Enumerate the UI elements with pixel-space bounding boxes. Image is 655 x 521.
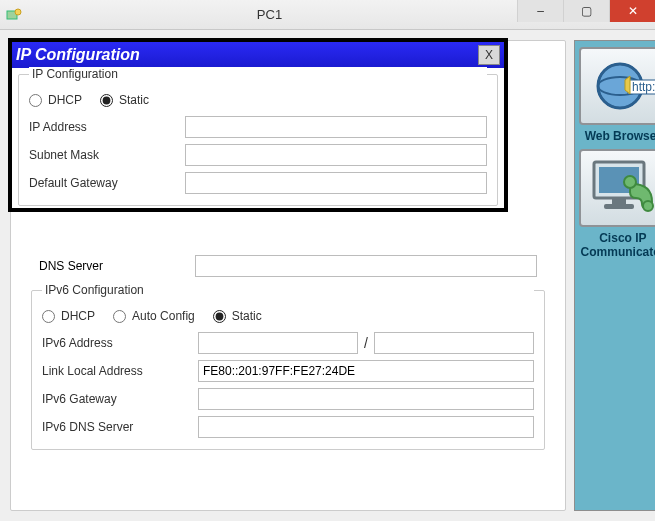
titlebar: PC1 – ▢ ✕ — [0, 0, 655, 30]
window-body: IP Configuration X IP Configuration DHCP… — [0, 30, 655, 521]
ipv6-auto-radio[interactable] — [113, 310, 126, 323]
minimize-button[interactable]: – — [517, 0, 563, 22]
window-title: PC1 — [22, 7, 517, 22]
window-controls: – ▢ ✕ — [517, 0, 655, 29]
prefix-slash: / — [364, 335, 368, 351]
ipv6-mode-row: DHCP Auto Config Static — [42, 303, 534, 329]
ipv6-gateway-label: IPv6 Gateway — [42, 392, 192, 406]
svg-text:http:: http: — [632, 80, 655, 94]
cisco-ip-communicator-caption: Cisco IP Communicator — [581, 231, 655, 259]
close-icon: ✕ — [628, 4, 638, 18]
ip-address-row: IP Address — [29, 113, 487, 141]
close-button[interactable]: ✕ — [609, 0, 655, 22]
close-x-icon: X — [485, 48, 493, 62]
ipv6-address-input[interactable] — [198, 332, 358, 354]
ipv6-dhcp-radio[interactable] — [42, 310, 55, 323]
cisco-ip-communicator-icon — [579, 149, 655, 227]
web-browser-caption: Web Browser — [585, 129, 655, 143]
web-browser-icon: http: — [579, 47, 655, 125]
svg-rect-9 — [604, 204, 634, 209]
ipv6-static-label: Static — [232, 309, 262, 323]
ipv6-legend: IPv6 Configuration — [42, 283, 534, 297]
maximize-icon: ▢ — [581, 4, 592, 18]
static-radio[interactable] — [100, 94, 113, 107]
subnet-mask-input[interactable] — [185, 144, 487, 166]
ipv4-fieldset: IP Configuration DHCP Static IP Address — [18, 74, 498, 206]
link-local-input[interactable] — [198, 360, 534, 382]
ip-configuration-dialog: IP Configuration X IP Configuration DHCP… — [8, 38, 508, 212]
subnet-mask-row: Subnet Mask — [29, 141, 487, 169]
cisco-caption-line1: Cisco IP — [599, 231, 646, 245]
main-panel: IP Configuration X IP Configuration DHCP… — [10, 40, 566, 511]
dialog-title: IP Configuration — [16, 46, 478, 64]
svg-point-11 — [643, 201, 653, 211]
minimize-icon: – — [537, 4, 544, 18]
dhcp-radio-item[interactable]: DHCP — [29, 93, 82, 107]
ipv6-auto-label: Auto Config — [132, 309, 195, 323]
app-window: PC1 – ▢ ✕ IP Configuration X IP Configur… — [0, 0, 655, 521]
cisco-ip-communicator-item[interactable]: Cisco IP Communicator — [579, 149, 655, 259]
ipv6-dhcp-radio-item[interactable]: DHCP — [42, 309, 95, 323]
ipv6-address-label: IPv6 Address — [42, 336, 192, 350]
ipv6-gateway-row: IPv6 Gateway — [42, 385, 534, 413]
static-label: Static — [119, 93, 149, 107]
ip-address-input[interactable] — [185, 116, 487, 138]
ipv6-static-radio[interactable] — [213, 310, 226, 323]
ipv6-dns-label: IPv6 DNS Server — [42, 420, 192, 434]
ipv4-mode-row: DHCP Static — [29, 87, 487, 113]
dialog-close-button[interactable]: X — [478, 45, 500, 65]
ipv6-fieldset: IPv6 Configuration DHCP Auto Config S — [31, 290, 545, 450]
ipv6-static-radio-item[interactable]: Static — [213, 309, 262, 323]
default-gateway-row: Default Gateway — [29, 169, 487, 197]
svg-rect-8 — [612, 198, 626, 204]
default-gateway-label: Default Gateway — [29, 176, 179, 190]
ip-address-label: IP Address — [29, 120, 179, 134]
svg-point-1 — [15, 9, 21, 15]
svg-point-10 — [624, 176, 636, 188]
app-icon — [6, 7, 22, 23]
ipv6-dns-row: IPv6 DNS Server — [42, 413, 534, 441]
subnet-mask-label: Subnet Mask — [29, 148, 179, 162]
desktop-sidebar: http: Web Browser — [574, 40, 655, 511]
link-local-label: Link Local Address — [42, 364, 192, 378]
ipv6-prefix-input[interactable] — [374, 332, 534, 354]
ipv6-dns-input[interactable] — [198, 416, 534, 438]
ipv6-auto-radio-item[interactable]: Auto Config — [113, 309, 195, 323]
link-local-row: Link Local Address — [42, 357, 534, 385]
default-gateway-input[interactable] — [185, 172, 487, 194]
web-browser-item[interactable]: http: Web Browser — [579, 47, 655, 143]
ipv6-dhcp-label: DHCP — [61, 309, 95, 323]
ipv6-address-row: IPv6 Address / — [42, 329, 534, 357]
maximize-button[interactable]: ▢ — [563, 0, 609, 22]
dialog-titlebar: IP Configuration X — [12, 42, 504, 68]
ipv4-legend: IP Configuration — [29, 67, 487, 81]
cisco-caption-line2: Communicator — [581, 245, 655, 259]
dns-server-row: DNS Server — [39, 252, 537, 280]
dns-server-label: DNS Server — [39, 259, 189, 273]
dns-server-input[interactable] — [195, 255, 537, 277]
static-radio-item[interactable]: Static — [100, 93, 149, 107]
dhcp-label: DHCP — [48, 93, 82, 107]
dhcp-radio[interactable] — [29, 94, 42, 107]
ipv6-gateway-input[interactable] — [198, 388, 534, 410]
lower-config: DNS Server IPv6 Configuration DHCP Auto … — [17, 252, 559, 450]
